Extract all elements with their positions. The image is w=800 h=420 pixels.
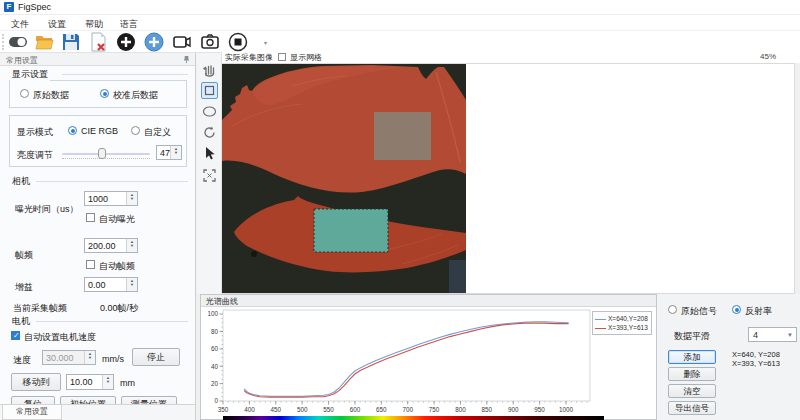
delete-document-icon[interactable] [88,32,108,52]
point-entry[interactable]: X=393, Y=613 [732,359,780,368]
export-signal-button[interactable]: 导出信号 [668,401,716,415]
move-unit: mm [120,378,135,388]
selected-points-list[interactable]: X=640, Y=208 X=393, Y=613 [732,350,780,368]
wavelength-spectrum-bar [223,416,604,420]
radio-reflectance[interactable] [732,305,741,314]
settings-panel-header: 常用设置 [0,53,195,66]
auto-exposure-checkbox[interactable] [86,213,95,222]
stop-button[interactable]: 停止 [132,348,180,366]
svg-text:40: 40 [211,363,219,370]
brightness-slider-track[interactable] [62,153,150,155]
add-blue-icon[interactable] [144,32,164,52]
motor-group-title: 电机 [10,315,32,328]
dock-tab-common-settings[interactable]: 常用设置 [2,405,62,420]
menu-settings[interactable]: 设置 [48,18,66,31]
delete-button[interactable]: 删除 [668,367,716,381]
radio-cie-rgb[interactable] [68,126,77,135]
svg-text:400: 400 [244,406,255,413]
auto-motor-speed-checkbox[interactable] [11,331,20,340]
chart-legend: X=640,Y=208 X=393,Y=613 [592,311,652,335]
toggle-connect-icon[interactable] [8,32,28,52]
video-camera-icon[interactable] [172,32,192,52]
radio-raw-signal-label: 原始信号 [681,305,717,318]
selection-region-teal[interactable] [314,209,388,252]
svg-text:800: 800 [455,406,466,413]
auto-exposure-label: 自动曝光 [99,213,135,226]
spectral-chart[interactable]: 0204060801003504004505005506006507007508… [202,308,655,416]
svg-text:750: 750 [429,406,440,413]
photo-camera-icon[interactable] [200,32,220,52]
menu-help[interactable]: 帮助 [85,18,103,31]
smoothing-label: 数据平滑 [674,330,710,343]
captured-fabric-image[interactable] [222,64,466,293]
svg-text:450: 450 [271,406,282,413]
add-dark-icon[interactable] [116,32,136,52]
rect-select-tool-icon[interactable] [201,82,218,99]
point-entry[interactable]: X=640, Y=208 [732,350,780,359]
gain-label: 增益 [15,281,33,294]
zoom-level-indicator: 45% [760,52,776,61]
svg-text:80: 80 [211,328,219,335]
radio-calibrated-data[interactable] [100,89,109,98]
framerate-spinner[interactable]: 200.00▲▼ [84,238,138,253]
title-bar: F FigSpec [0,0,800,15]
rotate-tool-icon[interactable] [201,124,218,141]
radio-raw-signal[interactable] [668,305,677,314]
settings-panel: 常用设置 显示设置 原始数据 校准后数据 显示模式 CIE RGB 自定义 亮度… [0,53,196,420]
divider [36,321,188,322]
pin-icon[interactable] [182,55,191,64]
divider [62,74,188,75]
window-title: FigSpec [18,2,51,12]
svg-text:900: 900 [508,406,519,413]
svg-text:1000: 1000 [559,406,574,413]
ellipse-select-tool-icon[interactable] [201,103,218,120]
clear-button[interactable]: 清空 [668,384,716,398]
stop-record-icon[interactable] [228,32,248,52]
radio-calibrated-data-label: 校准后数据 [113,89,158,102]
radio-cie-rgb-label: CIE RGB [81,126,118,136]
radio-raw-data[interactable] [20,89,29,98]
exposure-spinner[interactable]: 1000▲▼ [84,191,138,206]
settings-panel-title: 常用设置 [6,55,38,66]
legend-line-blue [595,319,606,320]
legend-label-2: X=393,Y=613 [608,324,648,331]
speed-unit: mm/s [102,354,124,364]
image-canvas-panel[interactable] [222,63,795,294]
radio-reflectance-label: 反射率 [745,305,772,318]
auto-framerate-checkbox[interactable] [86,260,95,269]
menu-file[interactable]: 文件 [11,18,29,31]
move-to-spinner[interactable]: 10.00▲▼ [66,374,114,390]
show-grid-checkbox[interactable] [278,53,286,61]
current-fps-label: 当前采集帧频 [13,302,67,315]
dock-tab-strip: 常用设置 [0,404,195,420]
app-logo-icon: F [4,2,14,12]
open-file-icon[interactable] [34,32,54,52]
save-icon[interactable] [61,32,81,52]
framerate-label: 帧频 [15,249,33,262]
display-group-title: 显示设置 [10,68,50,81]
image-view-tab[interactable]: 实际采集图像 [225,52,273,63]
cursor-tool-icon[interactable] [201,145,218,162]
gain-spinner[interactable]: 0.00▲▼ [84,277,138,292]
smoothing-select[interactable]: 4▼ [748,327,797,342]
menu-bar: 文件 设置 帮助 语言 [0,15,800,31]
pan-hand-icon[interactable] [201,61,218,78]
move-to-button[interactable]: 移动到 [11,373,61,391]
toolbar-more-dropdown-icon[interactable]: ▾ [264,39,267,46]
chart-title: 光谱曲线 [206,296,238,307]
divider [36,181,188,182]
toolbar-drag-handle [2,34,5,50]
add-button[interactable]: 添加 [668,350,716,364]
brightness-slider-ticks [62,156,150,159]
speed-label: 速度 [13,354,31,367]
svg-text:60: 60 [211,345,219,352]
radio-custom[interactable] [131,126,140,135]
speed-spinner[interactable]: 30.000▲▼ [42,350,96,365]
fit-view-icon[interactable] [201,167,218,184]
selection-region-gray[interactable] [374,112,431,160]
menu-language[interactable]: 语言 [120,18,138,31]
brightness-slider-handle[interactable] [98,148,106,159]
auto-motor-speed-label: 自动设置电机速度 [24,331,96,344]
radio-raw-data-label: 原始数据 [33,89,69,102]
brightness-spinner[interactable]: 47▲▼ [156,145,182,160]
